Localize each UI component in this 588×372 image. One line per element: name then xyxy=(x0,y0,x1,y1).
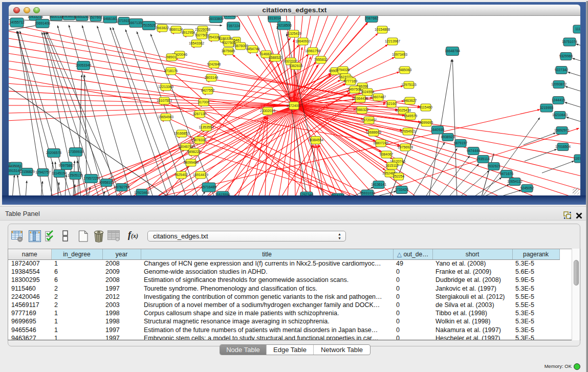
svg-text:2087682: 2087682 xyxy=(365,16,379,20)
svg-text:10654112: 10654112 xyxy=(507,180,522,183)
svg-text:10433218: 10433218 xyxy=(28,16,43,18)
svg-text:9474444: 9474444 xyxy=(467,149,481,152)
svg-text:16671355: 16671355 xyxy=(128,21,144,25)
svg-text:1615112: 1615112 xyxy=(385,164,399,167)
svg-text:11353594: 11353594 xyxy=(199,125,214,129)
svg-text:7485063: 7485063 xyxy=(398,68,412,72)
svg-text:8454749: 8454749 xyxy=(246,47,260,51)
svg-text:16107553: 16107553 xyxy=(157,99,172,102)
svg-text:18807249: 18807249 xyxy=(373,141,388,145)
svg-text:16648784: 16648784 xyxy=(445,49,460,53)
svg-text:10607487: 10607487 xyxy=(371,95,386,99)
svg-text:9227342: 9227342 xyxy=(555,68,569,72)
svg-text:2718176: 2718176 xyxy=(164,69,178,73)
svg-text:40265423: 40265423 xyxy=(222,16,237,17)
svg-text:7816184: 7816184 xyxy=(331,194,345,195)
svg-text:7955812: 7955812 xyxy=(314,58,328,61)
svg-text:7986322: 7986322 xyxy=(355,108,369,112)
svg-text:8427552: 8427552 xyxy=(201,89,215,92)
svg-text:3267130: 3267130 xyxy=(193,112,207,116)
svg-text:1549579: 1549579 xyxy=(404,114,418,118)
svg-text:15751074: 15751074 xyxy=(562,40,577,43)
svg-text:16914479: 16914479 xyxy=(193,173,208,177)
svg-text:90975867: 90975867 xyxy=(59,164,74,167)
svg-text:9329966: 9329966 xyxy=(559,54,573,58)
svg-text:23226058: 23226058 xyxy=(195,28,210,31)
svg-text:98901: 98901 xyxy=(167,55,177,59)
svg-text:8938923: 8938923 xyxy=(441,135,455,139)
svg-text:20053346: 20053346 xyxy=(76,63,91,67)
svg-text:12975115: 12975115 xyxy=(401,83,417,86)
svg-text:1527602: 1527602 xyxy=(89,16,103,19)
svg-text:6879197: 6879197 xyxy=(454,141,468,145)
svg-text:3024554: 3024554 xyxy=(361,90,375,94)
svg-text:17016504: 17016504 xyxy=(555,145,571,148)
svg-text:10653287: 10653287 xyxy=(74,16,90,18)
svg-text:5878334: 5878334 xyxy=(193,138,207,142)
svg-text:10958107: 10958107 xyxy=(99,181,114,184)
svg-text:9699695: 9699695 xyxy=(420,121,433,124)
svg-text:19384554: 19384554 xyxy=(308,138,323,142)
svg-text:14055712: 14055712 xyxy=(9,20,25,24)
svg-text:1588520: 1588520 xyxy=(269,56,282,59)
svg-text:1733426: 1733426 xyxy=(395,188,409,191)
svg-text:9777169: 9777169 xyxy=(344,79,358,83)
svg-text:16543362: 16543362 xyxy=(189,41,204,45)
svg-text:1292346: 1292346 xyxy=(300,193,314,195)
svg-text:1640935: 1640935 xyxy=(431,128,445,132)
svg-text:9794028: 9794028 xyxy=(336,68,350,72)
svg-text:11325419: 11325419 xyxy=(286,32,301,35)
svg-text:7625402: 7625402 xyxy=(175,173,188,177)
svg-text:18640910: 18640910 xyxy=(295,39,311,43)
svg-text:10688609: 10688609 xyxy=(366,130,381,134)
svg-text:3875685: 3875685 xyxy=(222,49,235,53)
svg-text:16210643: 16210643 xyxy=(552,113,568,117)
svg-text:11145194: 11145194 xyxy=(52,171,67,175)
svg-text:19654983: 19654983 xyxy=(158,115,173,119)
svg-text:16961758: 16961758 xyxy=(305,49,320,53)
svg-text:14099489: 14099489 xyxy=(183,161,199,164)
svg-text:12923468: 12923468 xyxy=(134,191,149,194)
svg-text:2803144: 2803144 xyxy=(205,76,219,79)
svg-text:11615594: 11615594 xyxy=(215,193,230,195)
svg-text:8660124: 8660124 xyxy=(169,28,183,31)
svg-text:12213967: 12213967 xyxy=(385,39,400,43)
svg-text:391514: 391514 xyxy=(9,169,20,172)
svg-text:2935114: 2935114 xyxy=(476,157,490,161)
svg-text:19166852: 19166852 xyxy=(174,132,189,135)
svg-text:20691406: 20691406 xyxy=(35,21,50,25)
svg-text:17359938: 17359938 xyxy=(68,150,83,154)
svg-text:9242848: 9242848 xyxy=(207,62,221,66)
svg-text:17654923: 17654923 xyxy=(400,129,416,133)
svg-text:9384067: 9384067 xyxy=(380,152,394,156)
svg-text:1362615: 1362615 xyxy=(289,64,303,68)
svg-text:317006: 317006 xyxy=(198,100,210,104)
svg-text:15692971: 15692971 xyxy=(554,128,570,132)
svg-text:23302015: 23302015 xyxy=(260,109,275,113)
svg-text:12093872: 12093872 xyxy=(551,82,567,86)
svg-text:1167534: 1167534 xyxy=(574,157,580,160)
svg-text:7663822: 7663822 xyxy=(156,26,169,30)
svg-text:10025438: 10025438 xyxy=(396,108,411,112)
svg-text:20364436: 20364436 xyxy=(353,97,368,100)
svg-text:252254: 252254 xyxy=(393,174,405,178)
svg-text:95931034: 95931034 xyxy=(360,191,375,195)
svg-text:19756928: 19756928 xyxy=(398,145,413,149)
svg-text:12156829: 12156829 xyxy=(19,170,35,173)
svg-text:7632621: 7632621 xyxy=(487,164,501,168)
svg-text:15716485: 15716485 xyxy=(201,185,216,189)
svg-text:1112: 1112 xyxy=(575,27,580,31)
svg-text:18724007: 18724007 xyxy=(286,104,301,107)
svg-text:8471676: 8471676 xyxy=(500,172,514,176)
svg-text:16046788: 16046788 xyxy=(178,145,193,148)
svg-text:1244415: 1244415 xyxy=(552,98,565,102)
svg-text:17957225: 17957225 xyxy=(83,177,99,180)
svg-text:12505135: 12505135 xyxy=(68,173,83,177)
svg-text:7515526: 7515526 xyxy=(142,24,156,27)
svg-text:7357224: 7357224 xyxy=(227,24,241,28)
svg-text:10973493: 10973493 xyxy=(392,53,407,56)
svg-text:16782759: 16782759 xyxy=(114,185,129,189)
svg-text:19218506: 19218506 xyxy=(276,24,292,27)
svg-text:20206578: 20206578 xyxy=(46,151,61,155)
svg-text:9115460: 9115460 xyxy=(419,105,432,109)
